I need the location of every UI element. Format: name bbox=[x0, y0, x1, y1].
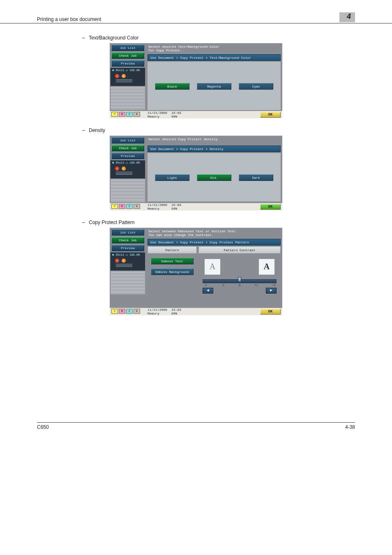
option-magenta-button[interactable]: Magenta bbox=[197, 83, 231, 90]
device-status-bar: Y M C K 11/21/2006 Memory 16:03 99% OK bbox=[110, 308, 282, 315]
contrast-increase-button[interactable]: ► bbox=[266, 288, 277, 294]
contrast-preview-light-icon: A bbox=[204, 259, 221, 275]
footer-page-number: 4-38 bbox=[345, 424, 355, 430]
footer-model: C650 bbox=[37, 424, 49, 430]
thumbnail-dot-icon bbox=[122, 74, 126, 78]
instruction-text: Select desired Text/Background Color for… bbox=[146, 43, 282, 54]
sidebar-spacer bbox=[111, 87, 145, 110]
pattern-column-header: Pattern bbox=[148, 246, 197, 254]
memory-value: 99% bbox=[171, 115, 177, 118]
page-header: Printing a user box document 4 bbox=[0, 12, 392, 23]
status-time: 16:03 bbox=[171, 111, 181, 115]
screenshot-copy-protect-pattern: Job List Check Job Preview ■ 8½x11 ▭ 100… bbox=[110, 228, 282, 315]
tick-label: -1 bbox=[221, 284, 224, 287]
option-std-button[interactable]: Std. bbox=[197, 174, 231, 181]
tick-label: 0 bbox=[239, 284, 240, 287]
zoom-label: 100.0% bbox=[129, 69, 140, 72]
screenshot-text-background-color: Job List Check Job Preview ■ 8½x11 ▭ 100… bbox=[110, 43, 282, 118]
paper-size-label: 8½x11 bbox=[115, 69, 124, 72]
breadcrumb: Use Document > Copy Protect > Text/Backg… bbox=[148, 54, 281, 61]
toner-c-icon: C bbox=[126, 112, 133, 117]
emboss-background-button[interactable]: Emboss Background bbox=[151, 268, 194, 275]
preview-button[interactable]: Preview bbox=[111, 153, 144, 159]
chapter-number-badge: 4 bbox=[339, 12, 355, 22]
ok-button[interactable]: OK bbox=[260, 204, 281, 210]
job-list-button[interactable]: Job List bbox=[111, 229, 144, 236]
breadcrumb: Use Document > Copy Protect > Copy Prote… bbox=[148, 239, 281, 245]
thumbnail-dot-icon bbox=[115, 74, 119, 78]
screenshot-density: Job List Check Job Preview ■ 8½x11 ▭ 100… bbox=[110, 136, 282, 210]
toner-m-icon: M bbox=[119, 112, 125, 117]
preview-button[interactable]: Preview bbox=[111, 245, 144, 251]
ok-button[interactable]: OK bbox=[260, 309, 281, 314]
bullet-text-bg-color: Text/Background Color bbox=[82, 35, 392, 41]
option-dark-button[interactable]: Dark bbox=[239, 174, 273, 181]
bullet-copy-protect-pattern: Copy Protect Pattern bbox=[82, 220, 392, 225]
contrast-decrease-button[interactable]: ◄ bbox=[203, 288, 213, 294]
preview-thumbnail: ■ 8½x11 ▭ 100.0% bbox=[111, 68, 145, 86]
contrast-slider[interactable]: -2 -1 0 +1 +2 ◄ ► bbox=[203, 279, 277, 294]
preview-thumbnail: ■ 8½x11 ▭ 100.0% bbox=[111, 160, 145, 178]
instruction-text: Select desired Copy Protect density. bbox=[146, 136, 282, 146]
check-job-button[interactable]: Check Job bbox=[111, 145, 144, 151]
preview-thumbnail: ■ 8½x11 ▭ 100.0% bbox=[111, 252, 145, 271]
device-status-bar: Y M C K 11/21/2006 Memory 16:03 99% OK bbox=[110, 111, 282, 118]
preview-button[interactable]: Preview bbox=[111, 60, 144, 67]
emboss-text-button[interactable]: Emboss Text bbox=[151, 258, 194, 264]
device-status-bar: Y M C K 11/21/2006 Memory 16:03 99% OK bbox=[110, 203, 282, 210]
instruction-text: Select between Embossed Text or Outline … bbox=[146, 228, 282, 239]
tick-label: +2 bbox=[272, 284, 276, 287]
running-header-title: Printing a user box document bbox=[37, 16, 101, 22]
toner-y-icon: Y bbox=[111, 112, 118, 117]
pattern-contrast-column-header: Pattern Contrast bbox=[198, 246, 281, 254]
check-job-button[interactable]: Check Job bbox=[111, 237, 144, 243]
contrast-preview-dark-icon: A bbox=[258, 259, 275, 275]
ok-button[interactable]: OK bbox=[260, 112, 281, 118]
page-footer: C650 4-38 bbox=[37, 422, 355, 430]
breadcrumb: Use Document > Copy Protect > Density bbox=[148, 146, 281, 152]
tick-label: +1 bbox=[255, 284, 258, 287]
slider-knob-icon[interactable] bbox=[238, 277, 241, 282]
option-black-button[interactable]: Black bbox=[155, 83, 189, 90]
tick-label: -2 bbox=[203, 284, 207, 287]
memory-label: Memory bbox=[148, 115, 159, 118]
job-list-button[interactable]: Job List bbox=[111, 137, 144, 143]
toner-k-icon: K bbox=[134, 112, 140, 117]
option-cyan-button[interactable]: Cyan bbox=[239, 83, 273, 90]
status-date: 11/21/2006 bbox=[148, 111, 167, 115]
option-light-button[interactable]: Light bbox=[155, 174, 189, 181]
check-job-button[interactable]: Check Job bbox=[111, 53, 144, 59]
job-list-button[interactable]: Job List bbox=[111, 45, 144, 51]
bullet-density: Density bbox=[82, 127, 392, 133]
